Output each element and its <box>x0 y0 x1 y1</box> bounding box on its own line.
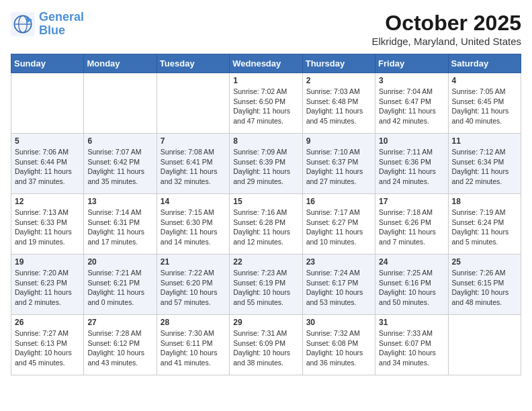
calendar-cell <box>448 315 521 375</box>
day-number: 18 <box>452 197 517 206</box>
calendar-cell: 25Sunrise: 7:26 AM Sunset: 6:15 PM Dayli… <box>448 255 521 315</box>
weekday-header-row: SundayMondayTuesdayWednesdayThursdayFrid… <box>11 54 521 73</box>
day-number: 28 <box>161 318 226 327</box>
day-info: Sunrise: 7:27 AM Sunset: 6:13 PM Dayligh… <box>15 328 80 368</box>
day-number: 14 <box>161 197 226 206</box>
day-info: Sunrise: 7:11 AM Sunset: 6:36 PM Dayligh… <box>379 147 444 187</box>
day-info: Sunrise: 7:16 AM Sunset: 6:28 PM Dayligh… <box>233 208 298 247</box>
calendar-cell: 4Sunrise: 7:05 AM Sunset: 6:45 PM Daylig… <box>448 73 521 134</box>
calendar-cell: 18Sunrise: 7:19 AM Sunset: 6:24 PM Dayli… <box>448 194 521 255</box>
day-number: 20 <box>87 257 152 267</box>
calendar-cell: 21Sunrise: 7:22 AM Sunset: 6:20 PM Dayli… <box>157 255 229 315</box>
calendar-cell: 29Sunrise: 7:31 AM Sunset: 6:09 PM Dayli… <box>230 315 302 375</box>
day-number: 13 <box>87 197 152 206</box>
month-title: October 2025 <box>371 11 521 36</box>
calendar-cell: 10Sunrise: 7:11 AM Sunset: 6:36 PM Dayli… <box>375 134 448 194</box>
day-number: 7 <box>161 136 226 146</box>
weekday-header: Tuesday <box>157 54 229 73</box>
day-number: 4 <box>452 76 517 85</box>
day-number: 10 <box>379 136 444 146</box>
calendar-cell: 31Sunrise: 7:33 AM Sunset: 6:07 PM Dayli… <box>375 315 448 375</box>
calendar-cell: 30Sunrise: 7:32 AM Sunset: 6:08 PM Dayli… <box>302 315 375 375</box>
calendar-cell: 7Sunrise: 7:08 AM Sunset: 6:41 PM Daylig… <box>157 134 229 194</box>
calendar-cell: 22Sunrise: 7:23 AM Sunset: 6:19 PM Dayli… <box>230 255 302 315</box>
calendar-cell: 14Sunrise: 7:15 AM Sunset: 6:30 PM Dayli… <box>157 194 229 255</box>
day-number: 24 <box>379 257 444 267</box>
calendar-week-row: 1Sunrise: 7:02 AM Sunset: 6:50 PM Daylig… <box>11 73 521 134</box>
day-info: Sunrise: 7:22 AM Sunset: 6:20 PM Dayligh… <box>161 268 226 308</box>
day-number: 25 <box>452 257 517 267</box>
day-number: 5 <box>15 136 80 146</box>
title-block: October 2025 Elkridge, Maryland, United … <box>371 11 521 47</box>
calendar-cell: 3Sunrise: 7:04 AM Sunset: 6:47 PM Daylig… <box>375 73 448 134</box>
day-number: 29 <box>233 318 298 327</box>
calendar-cell: 19Sunrise: 7:20 AM Sunset: 6:23 PM Dayli… <box>11 255 84 315</box>
logo-line2: Blue <box>39 24 65 37</box>
weekday-header: Sunday <box>11 54 84 73</box>
calendar: SundayMondayTuesdayWednesdayThursdayFrid… <box>11 54 521 375</box>
calendar-week-row: 5Sunrise: 7:06 AM Sunset: 6:44 PM Daylig… <box>11 134 521 194</box>
day-info: Sunrise: 7:28 AM Sunset: 6:12 PM Dayligh… <box>87 328 152 368</box>
day-number: 15 <box>233 197 298 206</box>
day-number: 3 <box>379 76 444 85</box>
calendar-cell: 20Sunrise: 7:21 AM Sunset: 6:21 PM Dayli… <box>84 255 157 315</box>
calendar-week-row: 19Sunrise: 7:20 AM Sunset: 6:23 PM Dayli… <box>11 255 521 315</box>
day-info: Sunrise: 7:24 AM Sunset: 6:17 PM Dayligh… <box>306 268 371 308</box>
day-info: Sunrise: 7:02 AM Sunset: 6:50 PM Dayligh… <box>233 87 298 126</box>
day-info: Sunrise: 7:08 AM Sunset: 6:41 PM Dayligh… <box>161 147 226 187</box>
day-info: Sunrise: 7:07 AM Sunset: 6:42 PM Dayligh… <box>87 147 152 187</box>
calendar-cell: 26Sunrise: 7:27 AM Sunset: 6:13 PM Dayli… <box>11 315 84 375</box>
day-info: Sunrise: 7:31 AM Sunset: 6:09 PM Dayligh… <box>233 328 298 368</box>
calendar-cell: 2Sunrise: 7:03 AM Sunset: 6:48 PM Daylig… <box>302 73 375 134</box>
day-info: Sunrise: 7:17 AM Sunset: 6:27 PM Dayligh… <box>306 208 371 247</box>
day-number: 9 <box>306 136 371 146</box>
day-info: Sunrise: 7:18 AM Sunset: 6:26 PM Dayligh… <box>379 208 444 247</box>
calendar-cell: 11Sunrise: 7:12 AM Sunset: 6:34 PM Dayli… <box>448 134 521 194</box>
day-number: 2 <box>306 76 371 85</box>
calendar-week-row: 12Sunrise: 7:13 AM Sunset: 6:33 PM Dayli… <box>11 194 521 255</box>
day-info: Sunrise: 7:04 AM Sunset: 6:47 PM Dayligh… <box>379 87 444 126</box>
calendar-cell: 13Sunrise: 7:14 AM Sunset: 6:31 PM Dayli… <box>84 194 157 255</box>
logo-icon <box>11 12 35 36</box>
day-number: 1 <box>233 76 298 85</box>
logo: General Blue <box>11 11 84 38</box>
day-info: Sunrise: 7:21 AM Sunset: 6:21 PM Dayligh… <box>87 268 152 308</box>
calendar-cell: 6Sunrise: 7:07 AM Sunset: 6:42 PM Daylig… <box>84 134 157 194</box>
calendar-cell <box>84 73 157 134</box>
day-info: Sunrise: 7:06 AM Sunset: 6:44 PM Dayligh… <box>15 147 80 187</box>
page-header: General Blue October 2025 Elkridge, Mary… <box>11 11 521 47</box>
calendar-cell <box>157 73 229 134</box>
day-number: 8 <box>233 136 298 146</box>
day-number: 17 <box>379 197 444 206</box>
day-info: Sunrise: 7:10 AM Sunset: 6:37 PM Dayligh… <box>306 147 371 187</box>
day-number: 21 <box>161 257 226 267</box>
day-info: Sunrise: 7:23 AM Sunset: 6:19 PM Dayligh… <box>233 268 298 308</box>
calendar-cell: 17Sunrise: 7:18 AM Sunset: 6:26 PM Dayli… <box>375 194 448 255</box>
day-number: 26 <box>15 318 80 327</box>
calendar-week-row: 26Sunrise: 7:27 AM Sunset: 6:13 PM Dayli… <box>11 315 521 375</box>
weekday-header: Thursday <box>302 54 375 73</box>
logo-line1: General <box>39 10 84 24</box>
day-number: 31 <box>379 318 444 327</box>
calendar-cell <box>11 73 84 134</box>
location: Elkridge, Maryland, United States <box>371 36 521 47</box>
day-number: 19 <box>15 257 80 267</box>
day-info: Sunrise: 7:12 AM Sunset: 6:34 PM Dayligh… <box>452 147 517 187</box>
calendar-cell: 8Sunrise: 7:09 AM Sunset: 6:39 PM Daylig… <box>230 134 302 194</box>
calendar-cell: 23Sunrise: 7:24 AM Sunset: 6:17 PM Dayli… <box>302 255 375 315</box>
day-info: Sunrise: 7:09 AM Sunset: 6:39 PM Dayligh… <box>233 147 298 187</box>
day-number: 30 <box>306 318 371 327</box>
weekday-header: Wednesday <box>230 54 302 73</box>
day-number: 11 <box>452 136 517 146</box>
calendar-cell: 5Sunrise: 7:06 AM Sunset: 6:44 PM Daylig… <box>11 134 84 194</box>
day-number: 16 <box>306 197 371 206</box>
calendar-cell: 12Sunrise: 7:13 AM Sunset: 6:33 PM Dayli… <box>11 194 84 255</box>
logo-text: General Blue <box>39 11 84 38</box>
day-info: Sunrise: 7:03 AM Sunset: 6:48 PM Dayligh… <box>306 87 371 126</box>
day-number: 27 <box>87 318 152 327</box>
day-info: Sunrise: 7:15 AM Sunset: 6:30 PM Dayligh… <box>161 208 226 247</box>
day-number: 12 <box>15 197 80 206</box>
day-info: Sunrise: 7:19 AM Sunset: 6:24 PM Dayligh… <box>452 208 517 247</box>
calendar-cell: 1Sunrise: 7:02 AM Sunset: 6:50 PM Daylig… <box>230 73 302 134</box>
day-info: Sunrise: 7:30 AM Sunset: 6:11 PM Dayligh… <box>161 328 226 368</box>
